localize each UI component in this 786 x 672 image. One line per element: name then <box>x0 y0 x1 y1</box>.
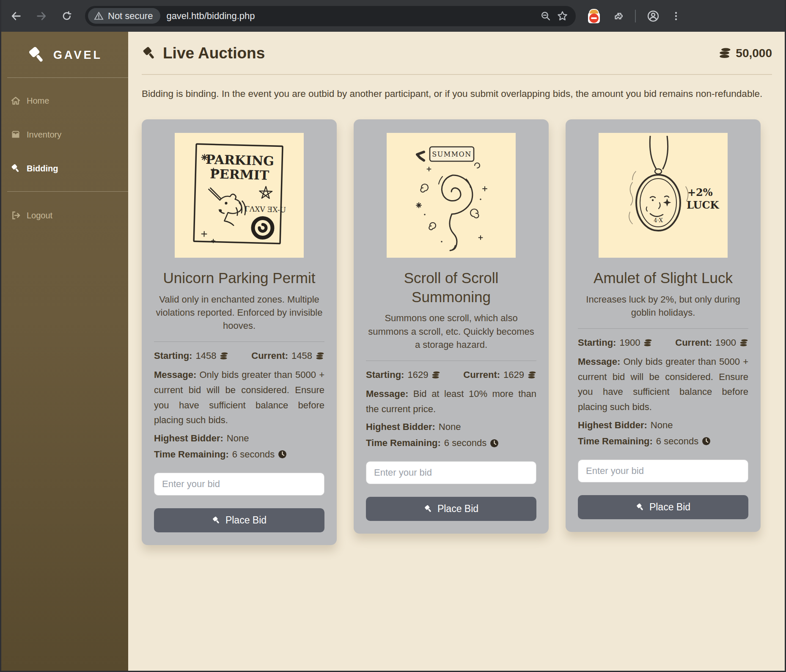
warning-icon <box>94 11 104 21</box>
place-bid-button[interactable]: Place Bid <box>578 495 748 519</box>
svg-text:PERMIT: PERMIT <box>210 167 269 183</box>
bookmark-star-icon[interactable] <box>557 10 568 22</box>
gavel-icon <box>212 516 221 525</box>
auction-description: Valid only in enchanted zones. Multiple … <box>154 293 324 333</box>
svg-text:+2%: +2% <box>687 186 713 198</box>
auction-title: Unicorn Parking Permit <box>154 269 324 288</box>
main-content: Live Auctions 50,000 Bidding is binding.… <box>128 32 785 671</box>
auction-image-parking-permit: PARKING PERMIT <box>175 133 304 258</box>
brand-name: GAVEL <box>53 49 102 62</box>
coins-icon <box>643 339 652 347</box>
auction-card-row: PARKING PERMIT <box>142 119 772 545</box>
clock-icon <box>490 439 499 448</box>
reload-icon[interactable] <box>60 9 74 23</box>
back-icon[interactable] <box>9 9 23 23</box>
coins-icon <box>316 352 324 361</box>
url-text[interactable]: gavel.htb/bidding.php <box>166 11 534 22</box>
bidding-notice: Bidding is binding. In the event you are… <box>142 87 772 102</box>
coin-balance: 50,000 <box>719 47 772 60</box>
adblock-minus <box>591 17 597 19</box>
security-label: Not secure <box>108 11 153 22</box>
sidebar-item-home[interactable]: Home <box>1 90 128 112</box>
auction-image-scroll: SUMMON <box>387 133 516 258</box>
sidebar-item-label: Logout <box>27 211 52 220</box>
logout-icon <box>11 210 21 220</box>
extensions-puzzle-icon[interactable] <box>612 10 624 22</box>
card-divider <box>578 328 748 329</box>
adblock-extension-icon[interactable] <box>587 9 601 23</box>
coins-icon <box>220 352 228 361</box>
gavel-title-icon <box>142 46 157 61</box>
auction-title: Scroll of Scroll Summoning <box>366 269 536 307</box>
address-bar[interactable]: Not secure gavel.htb/bidding.php <box>85 6 576 26</box>
price-row: Starting:1458 Current:1458 <box>154 350 324 361</box>
clock-icon <box>702 437 711 446</box>
page-header: Live Auctions 50,000 <box>142 44 772 62</box>
sidebar-item-label: Home <box>27 96 49 106</box>
sidebar-item-bidding[interactable]: Bidding <box>1 157 128 179</box>
card-divider <box>366 361 536 361</box>
sidebar-item-inventory[interactable]: Inventory <box>1 124 128 146</box>
home-icon <box>11 96 21 106</box>
not-secure-chip[interactable]: Not secure <box>88 8 160 24</box>
browser-toolbar: Not secure gavel.htb/bidding.php <box>1 0 785 32</box>
svg-text:4·X: 4·X <box>654 217 663 223</box>
menu-kebab-icon[interactable] <box>671 11 682 22</box>
current-value: 1900 <box>715 337 736 348</box>
coins-icon <box>431 371 440 380</box>
toolbar-divider <box>635 10 636 22</box>
svg-text:SUMMON: SUMMON <box>432 150 471 158</box>
sidebar-item-logout[interactable]: Logout <box>1 204 128 226</box>
gavel-icon <box>424 504 433 513</box>
gavel-icon <box>636 503 645 512</box>
place-bid-label: Place Bid <box>437 503 478 515</box>
card-divider <box>154 342 324 342</box>
starting-value: 1458 <box>195 350 216 361</box>
clock-icon <box>278 450 287 459</box>
current-label: Current: <box>251 350 288 361</box>
starting-value: 1629 <box>407 369 428 380</box>
starting-value: 1900 <box>619 337 640 348</box>
auction-message: Message: Bid at least 10% more than the … <box>366 386 536 416</box>
price-row: Starting:1629 Current:1629 <box>366 369 536 380</box>
highest-bidder-row: Highest Bidder: None <box>578 420 748 431</box>
svg-text:LUCK: LUCK <box>687 199 720 211</box>
current-value: 1458 <box>291 350 312 361</box>
time-remaining-row: Time Remaining: 6 seconds <box>366 438 536 449</box>
bid-input[interactable] <box>366 461 536 484</box>
zoom-out-icon[interactable] <box>540 11 551 21</box>
forward-icon[interactable] <box>34 9 49 23</box>
browser-window: Not secure gavel.htb/bidding.php GAVEL <box>0 0 786 672</box>
svg-text:ΓΛXV ƎX-U: ΓΛXV ƎX-U <box>245 205 286 215</box>
place-bid-button[interactable]: Place Bid <box>154 508 324 532</box>
starting-label: Starting: <box>366 369 404 380</box>
price-row: Starting:1900 Current:1900 <box>578 337 748 348</box>
place-bid-button[interactable]: Place Bid <box>366 497 536 521</box>
gavel-icon <box>11 163 21 174</box>
sidebar-item-label: Bidding <box>27 164 58 174</box>
current-value: 1629 <box>503 369 524 380</box>
time-remaining-row: Time Remaining: 6 seconds <box>578 436 748 447</box>
auction-message: Message: Only bids greater than 5000 + c… <box>578 354 748 415</box>
auction-image-amulet: 4·X +2% LUCK <box>599 133 728 258</box>
gavel-logo-icon <box>27 45 47 65</box>
auction-description: Increases luck by 2%, but only during go… <box>578 293 748 319</box>
place-bid-label: Place Bid <box>225 515 267 526</box>
page-title: Live Auctions <box>163 44 265 62</box>
auction-card-unicorn-parking-permit: PARKING PERMIT <box>142 119 337 545</box>
profile-avatar-icon[interactable] <box>647 10 660 22</box>
bid-input[interactable] <box>578 460 748 482</box>
bid-input[interactable] <box>154 473 324 496</box>
auction-message: Message: Only bids greater than 5000 + c… <box>154 367 324 428</box>
time-remaining-row: Time Remaining: 6 seconds <box>154 449 324 460</box>
sidebar-divider-bottom <box>7 191 128 192</box>
starting-label: Starting: <box>154 350 192 361</box>
starting-label: Starting: <box>578 337 616 348</box>
auction-card-amulet-of-slight-luck: 4·X +2% LUCK <box>566 119 761 532</box>
balance-value: 50,000 <box>736 47 772 60</box>
auction-description: Summons one scroll, which also summons a… <box>366 311 536 351</box>
auction-title: Amulet of Slight Luck <box>578 269 748 288</box>
sidebar-divider-top <box>7 77 128 78</box>
place-bid-label: Place Bid <box>649 501 690 513</box>
sidebar-item-label: Inventory <box>27 130 61 140</box>
